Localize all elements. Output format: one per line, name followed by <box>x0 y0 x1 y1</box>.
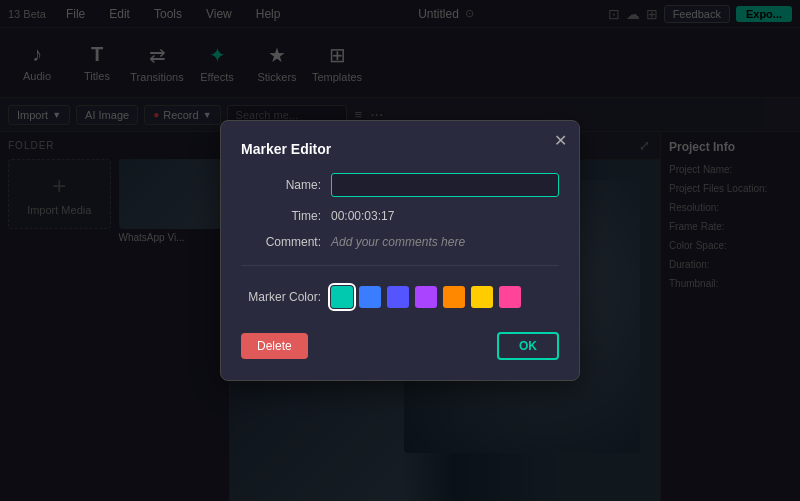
color-swatch-1[interactable] <box>359 286 381 308</box>
name-row: Name: <box>241 173 559 197</box>
modal-overlay: Marker Editor ✕ Name: Time: 00:00:03:17 … <box>0 0 800 501</box>
time-row: Time: 00:00:03:17 <box>241 209 559 223</box>
color-swatches <box>331 286 521 308</box>
color-row: Marker Color: <box>241 286 559 308</box>
modal-title: Marker Editor <box>241 141 559 157</box>
modal-divider <box>241 265 559 266</box>
marker-editor-modal: Marker Editor ✕ Name: Time: 00:00:03:17 … <box>220 120 580 381</box>
time-label: Time: <box>241 209 321 223</box>
color-swatch-3[interactable] <box>415 286 437 308</box>
color-swatch-5[interactable] <box>471 286 493 308</box>
modal-close-button[interactable]: ✕ <box>554 133 567 149</box>
name-input[interactable] <box>331 173 559 197</box>
comment-label: Comment: <box>241 235 321 249</box>
time-value: 00:00:03:17 <box>331 209 394 223</box>
ok-button[interactable]: OK <box>497 332 559 360</box>
comment-row: Comment: Add your comments here <box>241 235 559 249</box>
comment-placeholder[interactable]: Add your comments here <box>331 235 559 249</box>
color-swatch-0[interactable] <box>331 286 353 308</box>
name-label: Name: <box>241 178 321 192</box>
color-swatch-2[interactable] <box>387 286 409 308</box>
color-swatch-4[interactable] <box>443 286 465 308</box>
delete-button[interactable]: Delete <box>241 333 308 359</box>
color-swatch-6[interactable] <box>499 286 521 308</box>
color-label: Marker Color: <box>241 290 321 304</box>
modal-actions: Delete OK <box>241 332 559 360</box>
